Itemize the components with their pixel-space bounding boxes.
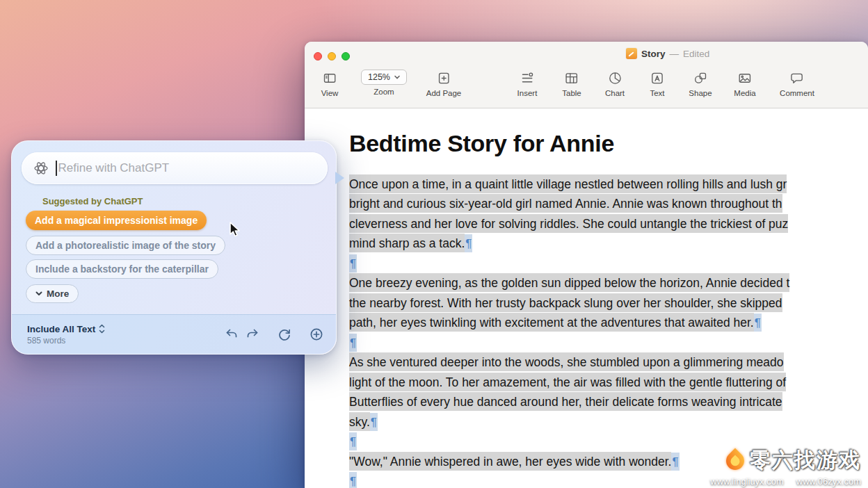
up-down-chevrons-icon: [99, 324, 105, 334]
window-controls: [314, 52, 350, 60]
text-line: One breezy evening, as the golden sun di…: [349, 273, 868, 293]
pilcrow-mark: ¶: [754, 314, 762, 332]
text-line: As she ventured deeper into the woods, s…: [349, 352, 868, 373]
regenerate-icon[interactable]: [278, 327, 291, 341]
pilcrow-mark: ¶: [370, 413, 378, 431]
chart-pie-icon: [608, 70, 622, 86]
suggestion-backstory-caterpillar[interactable]: Include a backstory for the caterpillar: [26, 259, 218, 279]
more-button[interactable]: More: [26, 284, 79, 303]
comment-bubble-icon: [789, 70, 804, 86]
chatgpt-logo-icon: [33, 160, 49, 177]
mouse-cursor: [227, 221, 243, 238]
view-sidebar-icon: [323, 70, 337, 86]
text-line: path, her eyes twinkling with excitement…: [349, 313, 868, 333]
title-separator: —: [670, 49, 680, 59]
chatgpt-input[interactable]: Refine with ChatGPT: [22, 152, 328, 184]
text-line: bright and curious six-year-old girl nam…: [349, 194, 868, 214]
suggestion-magical-impressionist-image[interactable]: Add a magical impressionist image: [26, 211, 207, 230]
panel-footer: Include All Text 585 words: [12, 314, 336, 354]
pilcrow-mark: ¶: [671, 453, 679, 471]
pilcrow-mark: ¶: [465, 234, 472, 252]
watermark: 零六找游戏 www.lingliuyx.com www.06zyx.com: [710, 446, 861, 487]
document-title: Story: [641, 49, 666, 59]
text-caret: [56, 161, 57, 176]
edited-status: Edited: [683, 49, 709, 59]
flame-logo-icon: [723, 448, 748, 473]
toolbar-view[interactable]: View: [321, 70, 339, 97]
minimize-button[interactable]: [328, 52, 336, 60]
text-line: mind sharp as a tack.¶: [349, 234, 868, 254]
text-line: cleverness and her love for solving ridd…: [349, 213, 868, 234]
insert-icon: [520, 70, 534, 86]
word-count: 585 words: [27, 336, 105, 345]
text-line: the nearby forest. With her trusty backp…: [349, 293, 868, 313]
document-body: Once upon a time, in a quaint little vil…: [349, 174, 868, 488]
shape-icon: [693, 70, 707, 86]
add-page-icon: [436, 70, 451, 86]
window-header: Story — Edited View 125% Zoom Add Page: [305, 42, 868, 108]
zoom-value: 125%: [368, 72, 390, 82]
toolbar-shape[interactable]: Shape: [689, 70, 712, 97]
window-title: Story — Edited: [626, 48, 709, 59]
text-line: Butterflies of every hue danced around h…: [349, 392, 868, 412]
toolbar-comment[interactable]: Comment: [780, 70, 814, 97]
popover-arrow: [335, 172, 344, 184]
include-all-text-label: Include All Text: [27, 324, 95, 334]
document-heading: Bedtime Story for Annie: [349, 130, 868, 157]
pilcrow-mark: ¶: [349, 334, 357, 352]
toolbar-table[interactable]: Table: [562, 70, 581, 97]
close-button[interactable]: [314, 52, 322, 60]
watermark-url-1: www.lingliuyx.com: [710, 476, 783, 487]
document-icon: [626, 48, 637, 59]
watermark-brand: 零六找游戏: [750, 446, 861, 475]
pilcrow-mark: ¶: [349, 432, 357, 450]
fullscreen-button[interactable]: [341, 52, 350, 60]
text-line: light of the moon. To her amazement, the…: [349, 372, 868, 392]
watermark-url-2: www.06zyx.com: [796, 476, 861, 487]
chevron-down-icon: [394, 75, 400, 79]
text-line: Once upon a time, in a quaint little vil…: [349, 174, 868, 194]
toolbar-text[interactable]: Text: [650, 70, 664, 97]
include-all-text-control[interactable]: Include All Text 585 words: [27, 324, 105, 345]
toolbar-zoom[interactable]: 125% Zoom: [361, 70, 407, 96]
text-box-icon: [650, 70, 665, 86]
suggestion-photorealistic-image[interactable]: Add a photorealistic image of the story: [26, 236, 225, 255]
toolbar-media[interactable]: Media: [734, 70, 755, 97]
pilcrow-mark: ¶: [349, 472, 357, 488]
table-icon: [565, 70, 579, 86]
document-canvas[interactable]: Bedtime Story for Annie Once upon a time…: [305, 109, 868, 488]
text-line: sky.¶: [349, 412, 868, 432]
toolbar-chart[interactable]: Chart: [605, 70, 625, 97]
more-label: More: [47, 288, 69, 299]
toolbar-add-page[interactable]: Add Page: [426, 70, 462, 97]
pilcrow-mark: ¶: [349, 254, 357, 273]
empty-line: ¶: [349, 253, 868, 273]
suggested-by-label: Suggested by ChatGPT: [42, 196, 143, 206]
redo-icon[interactable]: [246, 328, 259, 341]
toolbar-insert[interactable]: Insert: [517, 70, 538, 97]
chatgpt-refine-panel: Refine with ChatGPT Suggested by ChatGPT…: [11, 140, 337, 355]
add-icon[interactable]: [310, 327, 323, 341]
chevron-down-icon: [35, 291, 42, 296]
pages-window: Story — Edited View 125% Zoom Add Page: [305, 42, 868, 488]
undo-icon[interactable]: [225, 328, 239, 341]
empty-line: ¶: [349, 332, 868, 352]
chatgpt-input-placeholder: Refine with ChatGPT: [58, 161, 170, 175]
zoom-dropdown[interactable]: 125%: [361, 70, 407, 85]
media-photo-icon: [737, 70, 752, 86]
